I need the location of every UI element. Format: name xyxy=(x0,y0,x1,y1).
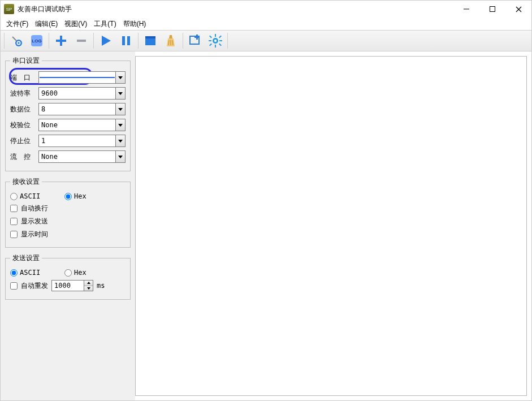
settings-button[interactable] xyxy=(206,32,225,50)
auto-resend-label: 自动重发 xyxy=(21,281,48,291)
menu-help[interactable]: 帮助(H) xyxy=(120,18,150,30)
window-title: 友善串口调试助手 xyxy=(18,5,72,14)
log-button[interactable]: LOG xyxy=(27,32,46,50)
connect-button[interactable] xyxy=(7,32,26,50)
serial-settings-group: 串口设置 端 口 波特率 9600 数据位 8 xyxy=(5,56,131,171)
send-ascii-label: ASCII xyxy=(20,269,40,277)
stop-combo[interactable]: 1 xyxy=(38,135,126,147)
maximize-button[interactable] xyxy=(479,1,505,18)
spinner-down-icon[interactable] xyxy=(84,286,93,291)
recv-ascii-radio[interactable] xyxy=(10,193,18,200)
baud-label: 波特率 xyxy=(10,89,35,98)
svg-rect-35 xyxy=(209,44,212,46)
svg-marker-18 xyxy=(169,35,172,38)
baud-value: 9600 xyxy=(39,89,115,97)
menubar: 文件(F) 编辑(E) 视图(V) 工具(T) 帮助(H) xyxy=(1,18,531,30)
svg-rect-29 xyxy=(215,45,216,48)
wrap-label: 自动换行 xyxy=(21,204,48,213)
remove-button[interactable] xyxy=(72,32,91,50)
serial-settings-legend: 串口设置 xyxy=(10,56,42,66)
svg-rect-14 xyxy=(122,36,125,45)
svg-rect-15 xyxy=(127,36,130,45)
svg-rect-1 xyxy=(490,7,495,12)
flow-value: None xyxy=(39,153,115,161)
minimize-button[interactable] xyxy=(453,1,479,18)
svg-rect-25 xyxy=(194,36,200,38)
chevron-down-icon[interactable] xyxy=(115,104,125,115)
svg-rect-12 xyxy=(77,40,86,42)
window-button[interactable] xyxy=(141,32,160,50)
data-value: 8 xyxy=(39,105,115,113)
baud-combo[interactable]: 9600 xyxy=(38,87,126,100)
flow-combo[interactable]: None xyxy=(38,150,126,163)
interval-spinner[interactable]: 1000 xyxy=(51,280,93,291)
send-settings-legend: 发送设置 xyxy=(10,253,42,263)
menu-edit[interactable]: 编辑(E) xyxy=(32,18,61,30)
recv-ascii-label: ASCII xyxy=(20,192,40,200)
parity-value: None xyxy=(39,121,115,129)
svg-rect-30 xyxy=(209,40,211,41)
auto-resend-checkbox[interactable] xyxy=(10,282,18,290)
chevron-down-icon[interactable] xyxy=(115,151,125,162)
recv-hex-radio[interactable] xyxy=(64,193,72,200)
chevron-down-icon[interactable] xyxy=(115,135,125,146)
interval-value[interactable]: 1000 xyxy=(52,281,84,291)
recv-hex-label: Hex xyxy=(74,192,86,200)
data-combo[interactable]: 8 xyxy=(38,103,126,115)
send-hex-label: Hex xyxy=(74,269,86,277)
show-send-checkbox[interactable] xyxy=(10,218,18,225)
add-button[interactable] xyxy=(51,32,71,50)
svg-marker-13 xyxy=(102,36,111,46)
svg-rect-34 xyxy=(219,36,222,38)
menu-tools[interactable]: 工具(T) xyxy=(90,18,119,30)
svg-rect-11 xyxy=(56,40,66,42)
flow-label: 流 控 xyxy=(10,152,35,162)
port-value xyxy=(40,77,115,78)
send-settings-group: 发送设置 ASCII Hex 自动重发 1000 ms xyxy=(5,253,131,300)
stop-label: 停止位 xyxy=(10,136,35,146)
chevron-down-icon[interactable] xyxy=(115,119,125,131)
parity-label: 校验位 xyxy=(10,120,35,130)
left-panel: 串口设置 端 口 波特率 9600 数据位 8 xyxy=(1,51,135,400)
data-label: 数据位 xyxy=(10,105,35,114)
send-hex-radio[interactable] xyxy=(64,269,72,277)
menu-view[interactable]: 视图(V) xyxy=(61,18,90,30)
interval-unit: ms xyxy=(97,282,105,290)
output-area[interactable] xyxy=(135,56,527,396)
stop-value: 1 xyxy=(39,137,115,145)
svg-point-27 xyxy=(214,40,217,42)
svg-rect-32 xyxy=(209,36,212,38)
new-window-button[interactable] xyxy=(185,32,205,50)
recv-settings-group: 接收设置 ASCII Hex 自动换行 显示发送 显示时间 xyxy=(5,177,131,248)
port-combo[interactable] xyxy=(38,71,126,84)
play-button[interactable] xyxy=(96,32,115,50)
port-label: 端 口 xyxy=(10,73,35,83)
svg-rect-17 xyxy=(145,36,155,38)
toolbar: LOG xyxy=(1,30,531,51)
svg-rect-6 xyxy=(18,42,20,44)
svg-rect-28 xyxy=(215,34,216,37)
chevron-down-icon[interactable] xyxy=(115,72,125,83)
svg-rect-33 xyxy=(219,44,222,46)
wrap-checkbox[interactable] xyxy=(10,205,18,212)
send-ascii-radio[interactable] xyxy=(10,269,18,277)
parity-combo[interactable]: None xyxy=(38,119,126,131)
pause-button[interactable] xyxy=(116,32,136,50)
svg-text:LOG: LOG xyxy=(32,38,41,44)
spinner-up-icon[interactable] xyxy=(84,281,93,286)
chevron-down-icon[interactable] xyxy=(115,88,125,99)
show-time-checkbox[interactable] xyxy=(10,231,18,238)
svg-rect-31 xyxy=(219,40,222,41)
menu-file[interactable]: 文件(F) xyxy=(3,18,32,30)
recv-settings-legend: 接收设置 xyxy=(10,177,42,187)
show-send-label: 显示发送 xyxy=(21,217,48,226)
close-button[interactable] xyxy=(505,1,531,18)
show-time-label: 显示时间 xyxy=(21,230,48,239)
titlebar: SP 友善串口调试助手 xyxy=(1,1,531,18)
app-icon: SP xyxy=(4,4,14,14)
clear-button[interactable] xyxy=(161,32,180,50)
